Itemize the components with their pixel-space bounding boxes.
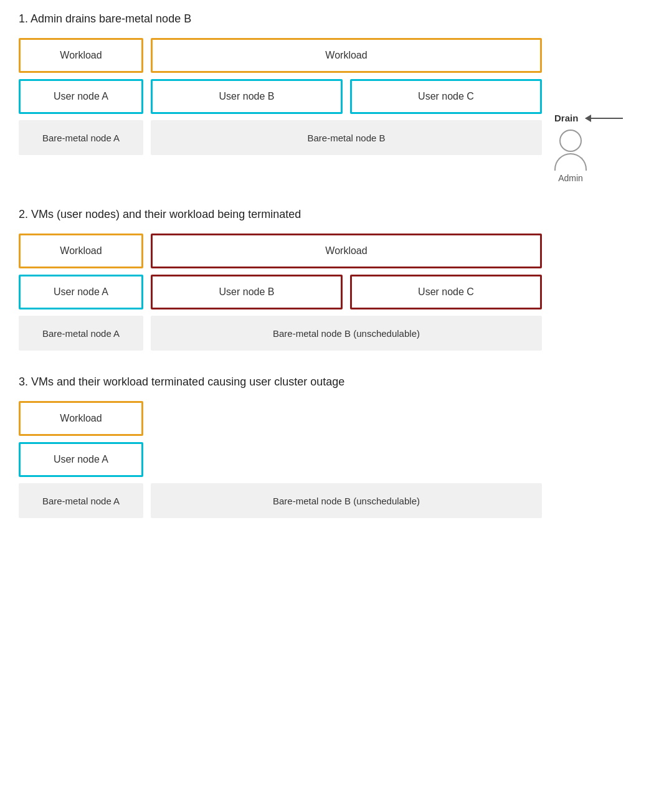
user-node-row-1: User node A User node B User node C	[19, 79, 542, 114]
workload-box-1b: Workload	[151, 38, 542, 73]
admin-group: Drain Admin	[554, 113, 623, 183]
workload-box-2a: Workload	[19, 234, 143, 268]
user-node-1a: User node A	[19, 79, 143, 114]
user-node-2a: User node A	[19, 275, 143, 309]
drain-label: Drain	[554, 113, 578, 123]
user-node-row-2: User node A User node B User node C	[19, 275, 542, 309]
bare-metal-row-3: Bare-metal node A Bare-metal node B (uns…	[19, 483, 542, 518]
user-node-1b: User node B	[151, 79, 343, 114]
admin-label: Admin	[558, 173, 583, 183]
section-3: 3. VMs and their workload terminated cau…	[19, 375, 645, 518]
section-3-title: 3. VMs and their workload terminated cau…	[19, 375, 645, 389]
section-2-title: 2. VMs (user nodes) and their workload b…	[19, 208, 645, 221]
drain-arrow-row: Drain	[554, 113, 623, 123]
workload-box-2b: Workload	[151, 234, 542, 268]
bare-metal-1a: Bare-metal node A	[19, 120, 143, 155]
section-1-diagram: Workload Workload User node A User node …	[19, 38, 542, 155]
bare-metal-3a: Bare-metal node A	[19, 483, 143, 518]
user-node-3a: User node A	[19, 442, 143, 477]
workload-box-3a: Workload	[19, 401, 143, 436]
user-node-2c: User node C	[350, 275, 542, 309]
section-1-title: 1. Admin drains bare-metal node B	[19, 12, 645, 26]
section-2-diagram: Workload Workload User node A User node …	[19, 234, 542, 351]
bare-metal-2a: Bare-metal node A	[19, 316, 143, 351]
user-node-row-3: User node A	[19, 442, 542, 477]
workload-row-1: Workload Workload	[19, 38, 542, 73]
section-2: 2. VMs (user nodes) and their workload b…	[19, 208, 645, 351]
workload-row-3: Workload	[19, 401, 542, 436]
section-3-diagram: Workload User node A Bare-metal node A B…	[19, 401, 542, 518]
user-node-1c: User node C	[350, 79, 542, 114]
bare-metal-row-2: Bare-metal node A Bare-metal node B (uns…	[19, 316, 542, 351]
admin-body-icon	[554, 153, 587, 171]
bare-metal-row-1: Bare-metal node A Bare-metal node B	[19, 120, 542, 155]
admin-figure: Admin	[554, 130, 587, 183]
bare-metal-1b: Bare-metal node B	[151, 120, 542, 155]
workload-row-2: Workload Workload	[19, 234, 542, 268]
section-1: 1. Admin drains bare-metal node B Worklo…	[19, 12, 645, 183]
drain-arrow	[586, 118, 623, 119]
bare-metal-3b: Bare-metal node B (unschedulable)	[151, 483, 542, 518]
bare-metal-2b: Bare-metal node B (unschedulable)	[151, 316, 542, 351]
admin-head-icon	[559, 130, 582, 152]
user-node-2b: User node B	[151, 275, 343, 309]
workload-box-1a: Workload	[19, 38, 143, 73]
